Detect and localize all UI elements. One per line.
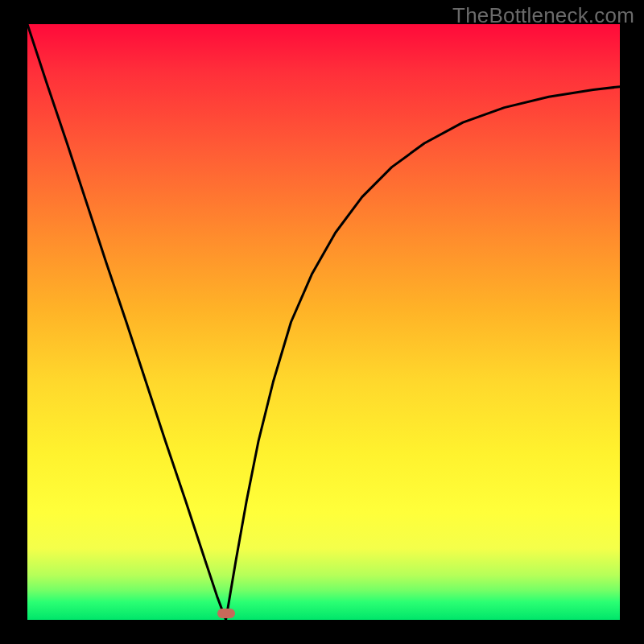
- min-point-marker: [217, 609, 235, 618]
- bottleneck-curve: [27, 24, 620, 620]
- chart-plot-area: [27, 24, 620, 620]
- watermark-text: TheBottleneck.com: [452, 3, 634, 28]
- chart-frame: TheBottleneck.com: [0, 0, 644, 644]
- curve-path: [27, 24, 620, 620]
